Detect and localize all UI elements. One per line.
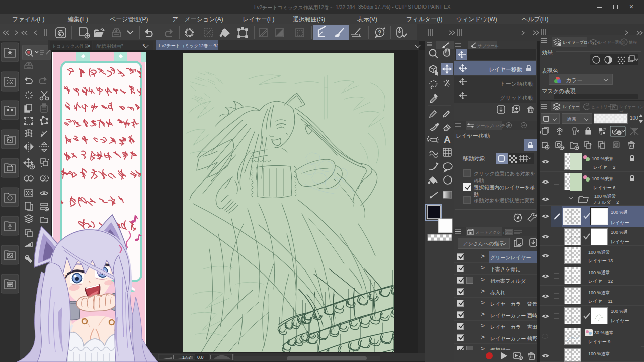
svg-text:A: A bbox=[444, 134, 451, 145]
svg-text:0.8: 0.8 bbox=[197, 355, 204, 360]
svg-text:17.7: 17.7 bbox=[182, 355, 191, 360]
svg-text:?: ? bbox=[378, 29, 381, 36]
